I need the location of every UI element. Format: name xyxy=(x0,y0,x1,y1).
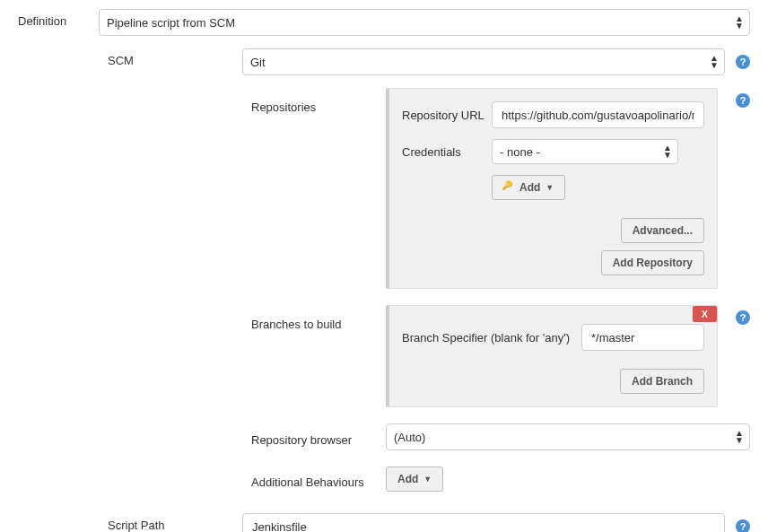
definition-label: Definition xyxy=(18,9,99,28)
script-path-input[interactable] xyxy=(250,519,717,533)
caret-down-icon: ▼ xyxy=(545,183,554,192)
add-cred-label: Add xyxy=(519,181,540,194)
caret-updown-icon: ▲▼ xyxy=(735,430,744,444)
add-credentials-button[interactable]: Add ▼ xyxy=(492,175,565,200)
scm-select[interactable]: Git ▲▼ xyxy=(242,48,725,75)
caret-down-icon: ▼ xyxy=(423,475,432,484)
scm-label: SCM xyxy=(108,48,242,67)
help-icon[interactable]: ? xyxy=(736,519,750,532)
repo-browser-label: Repository browser xyxy=(251,428,377,447)
branches-panel: X Branch Specifier (blank for 'any') Add… xyxy=(386,305,718,407)
repo-url-input[interactable] xyxy=(500,108,696,123)
scm-value: Git xyxy=(250,56,266,69)
credentials-value: - none - xyxy=(500,145,540,159)
repositories-label: Repositories xyxy=(251,88,377,114)
caret-updown-icon: ▲▼ xyxy=(735,15,744,30)
add-behaviour-label: Add xyxy=(397,473,418,485)
behaviours-label: Additional Behaviours xyxy=(251,470,377,489)
definition-select[interactable]: Pipeline script from SCM ▲▼ xyxy=(99,9,750,36)
add-branch-button[interactable]: Add Branch xyxy=(620,369,704,394)
repo-browser-value: (Auto) xyxy=(394,431,425,444)
script-path-wrap xyxy=(242,513,725,532)
help-icon[interactable]: ? xyxy=(736,93,750,108)
credentials-select[interactable]: - none - ▲▼ xyxy=(492,139,678,164)
add-behaviour-button[interactable]: Add ▼ xyxy=(386,467,443,492)
caret-updown-icon: ▲▼ xyxy=(663,144,672,159)
add-repository-button[interactable]: Add Repository xyxy=(601,250,704,275)
repositories-panel: Repository URL Credentials - none - ▲▼ A… xyxy=(386,88,718,289)
advanced-button[interactable]: Advanced... xyxy=(621,218,704,243)
key-icon xyxy=(503,182,514,193)
repo-url-label: Repository URL xyxy=(402,109,492,122)
credentials-label: Credentials xyxy=(402,145,492,159)
branch-specifier-wrap xyxy=(581,324,704,351)
script-path-label: Script Path xyxy=(108,513,242,532)
help-icon[interactable]: ? xyxy=(736,310,750,325)
help-icon[interactable]: ? xyxy=(736,55,750,69)
branches-label: Branches to build xyxy=(251,305,377,331)
branch-specifier-input[interactable] xyxy=(589,330,696,345)
remove-branch-button[interactable]: X xyxy=(693,306,717,322)
branch-specifier-label: Branch Specifier (blank for 'any') xyxy=(402,331,581,344)
repo-browser-select[interactable]: (Auto) ▲▼ xyxy=(386,423,750,450)
caret-updown-icon: ▲▼ xyxy=(710,55,719,69)
repo-url-input-wrap xyxy=(492,101,704,128)
definition-value: Pipeline script from SCM xyxy=(107,16,235,30)
